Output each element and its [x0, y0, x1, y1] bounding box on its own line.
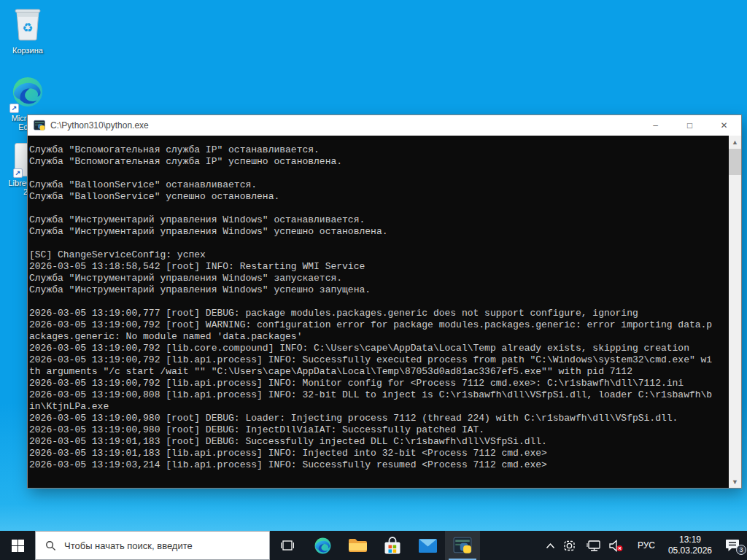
console-line [29, 296, 727, 308]
console-line: 2026-03-05 13:19:03,214 [lib.api.process… [29, 459, 727, 471]
recycle-bin-icon: ♻ [12, 7, 43, 44]
console-line [29, 168, 727, 179]
search-icon [45, 540, 56, 551]
scroll-up-icon[interactable]: ▲ [729, 136, 741, 148]
console-line: 2026-03-05 13:19:00,980 [root] DEBUG: Lo… [29, 413, 727, 424]
desktop-icon-recycle-bin[interactable]: ♻ Корзина [1, 7, 54, 55]
console-line [29, 238, 727, 249]
search-placeholder: Чтобы начать поиск, введите [64, 540, 193, 551]
close-button[interactable]: ✕ [707, 115, 741, 136]
scroll-down-icon[interactable]: ▼ [729, 475, 741, 488]
desktop-icon-label: Корзина [12, 46, 43, 55]
console-scrollbar[interactable]: ▲ ▼ [729, 136, 741, 488]
python-console-icon [453, 536, 472, 555]
tray-chevron-up-button[interactable] [541, 531, 560, 560]
window-title: C:\Python310\python.exe [50, 120, 149, 131]
console-line: 2026-03-05 13:19:01,183 [root] DEBUG: Su… [29, 436, 727, 448]
maximize-button[interactable]: □ [673, 115, 707, 136]
python-console-icon [34, 120, 45, 131]
edge-icon [314, 537, 332, 555]
console-line: in\KtjnLPa.exe [29, 401, 727, 413]
clock-time: 13:19 [668, 534, 712, 545]
tray-volume-button[interactable] [605, 531, 630, 560]
console-line: 2026-03-05 13:19:00,777 [root] DEBUG: pa… [29, 308, 727, 319]
console-line: 2026-03-05 13:19:00,980 [root] DEBUG: In… [29, 424, 727, 436]
shortcut-arrow-icon: ↗ [13, 168, 23, 178]
console-line: 2026-03-05 13:19:00,808 [lib.api.process… [29, 389, 727, 401]
tray-language-indicator[interactable]: РУС [630, 540, 662, 551]
console-window: C:\Python310\python.exe – □ ✕ Служба "Вс… [28, 115, 741, 488]
console-line: th arguments "/c start /wait "" "C:\User… [29, 366, 727, 378]
clock-date: 05.03.2026 [668, 545, 712, 556]
console-line: Служба "Инструментарий управления Window… [29, 284, 727, 296]
microsoft-store-icon [384, 537, 400, 555]
taskbar-search-input[interactable]: Чтобы начать поиск, введите [35, 531, 270, 560]
edge-icon: ↗ [11, 75, 44, 112]
console-line: 2026-03-05 13:19:01,183 [lib.api.process… [29, 448, 727, 459]
start-button[interactable] [0, 531, 35, 560]
task-view-icon [281, 539, 294, 552]
console-line: Служба "Вспомогательная служба IP" успеш… [29, 156, 727, 168]
windows-logo-icon [12, 540, 24, 552]
taskbar-python-console-button[interactable] [445, 531, 480, 560]
taskbar-mail-button[interactable] [410, 531, 445, 560]
console-line: [SC] ChangeServiceConfig: успех [29, 249, 727, 261]
mail-icon [419, 539, 437, 553]
notification-count-badge: 3 [736, 545, 746, 555]
tray-meet-now-button[interactable] [560, 531, 582, 560]
taskbar-store-button[interactable] [375, 531, 410, 560]
file-explorer-icon [348, 537, 367, 553]
console-line: 2026-03-05 13:19:00,792 [lib.api.process… [29, 378, 727, 389]
minimize-button[interactable]: – [638, 115, 673, 136]
tray-clock[interactable]: 13:19 05.03.2026 [662, 534, 718, 556]
action-center-button[interactable]: 3 [718, 531, 747, 560]
console-line: 2026-03-05 13:19:00,792 [root] WARNING: … [29, 319, 727, 331]
console-line: ackages.generic: No module named 'data.p… [29, 331, 727, 343]
console-line: 2026-03-05 13:19:00,792 [lib.core.compou… [29, 343, 727, 354]
console-line: Служба "Вспомогательная служба IP" остан… [29, 144, 727, 156]
meet-now-camera-icon [564, 540, 578, 551]
console-line: Служба "BalloonService" останавливается. [29, 179, 727, 191]
console-content[interactable]: Служба "Вспомогательная служба IP" остан… [28, 136, 741, 488]
taskbar-file-explorer-button[interactable] [340, 531, 375, 560]
task-view-button[interactable] [270, 531, 305, 560]
svg-text:♻: ♻ [22, 20, 33, 35]
window-titlebar[interactable]: C:\Python310\python.exe – □ ✕ [28, 115, 741, 136]
taskbar-edge-button[interactable] [305, 531, 340, 560]
tray-network-button[interactable] [582, 531, 605, 560]
console-output: Служба "Вспомогательная служба IP" остан… [29, 144, 727, 488]
shortcut-arrow-icon: ↗ [9, 104, 19, 113]
console-line [29, 203, 727, 214]
console-line: Служба "Инструментарий управления Window… [29, 273, 727, 284]
desktop: ♻ Корзина ↗ Microsoft Ed [0, 0, 747, 560]
chevron-up-icon [546, 542, 555, 549]
taskbar: Чтобы начать поиск, введите [0, 531, 747, 560]
scrollbar-thumb[interactable] [729, 149, 741, 175]
network-ethernet-icon [587, 540, 600, 551]
console-line: 2026-03-05 13:19:00,792 [lib.api.process… [29, 354, 727, 366]
console-line: Служба "Инструментарий управления Window… [29, 226, 727, 238]
console-line: 2026-03-05 13:18:58,542 [root] INFO: Res… [29, 261, 727, 273]
console-line: Служба "Инструментарий управления Window… [29, 214, 727, 226]
volume-muted-icon [609, 540, 623, 552]
console-line: Служба "BalloonService" успешно остановл… [29, 191, 727, 203]
